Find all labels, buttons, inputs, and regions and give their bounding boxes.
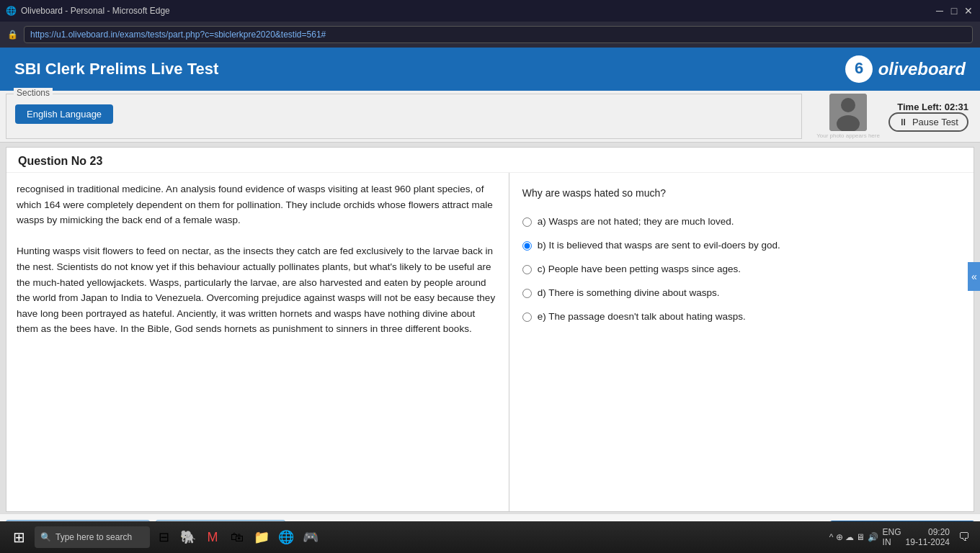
option-a-row: a) Wasps are not hated; they are much lo… — [522, 215, 961, 228]
time-left-label: Time Left: 02:31 — [888, 102, 968, 112]
question-text: Why are wasps hated so much? — [522, 187, 961, 199]
language-indicator: ENG IN — [883, 527, 901, 547]
browser-title: Oliveboard - Personal - Microsoft Edge — [21, 6, 170, 16]
taskbar-app-2[interactable]: M — [202, 526, 223, 548]
avatar-area: Your photo appears here — [816, 94, 880, 139]
question-panel: Why are wasps hated so much? a) Wasps ar… — [509, 173, 974, 511]
option-a-label[interactable]: a) Wasps are not hated; they are much lo… — [538, 216, 734, 227]
app-title: SBI Clerk Prelims Live Test — [14, 60, 218, 78]
passage-paragraph-2: Hunting wasps visit flowers to feed on n… — [17, 243, 499, 337]
sections-container: Sections English Language — [6, 94, 802, 139]
country-code: IN — [883, 537, 891, 547]
option-b-radio[interactable] — [522, 241, 532, 251]
option-c-label[interactable]: c) People have been petting wasps since … — [538, 264, 741, 274]
taskbar-app-1[interactable]: 🐘 — [177, 526, 199, 548]
url-bar[interactable]: https://u1.oliveboard.in/exams/tests/par… — [24, 26, 973, 43]
pause-icon: ⏸ — [899, 117, 908, 127]
task-view-button[interactable]: ⊟ — [153, 526, 174, 548]
question-header: Question No 23 — [6, 148, 974, 173]
app-header: SBI Clerk Prelims Live Test 6 oliveboard — [0, 48, 980, 91]
url-text: https://u1.oliveboard.in/exams/tests/par… — [30, 30, 326, 40]
question-area: Question No 23 recognised in traditional… — [6, 147, 974, 512]
avatar-label: Your photo appears here — [816, 132, 880, 139]
option-e-radio[interactable] — [522, 313, 532, 322]
titlebar-left: 🌐 Oliveboard - Personal - Microsoft Edge — [6, 6, 170, 16]
addressbar: 🔒 https://u1.oliveboard.in/exams/tests/p… — [0, 22, 980, 48]
option-b-label[interactable]: b) It is believed that wasps are sent to… — [538, 240, 780, 251]
sections-label: Sections — [14, 88, 53, 98]
timer-info: Time Left: 02:31 ⏸ Pause Test — [888, 102, 968, 132]
close-button[interactable]: ✕ — [963, 5, 974, 17]
english-language-section[interactable]: English Language — [15, 104, 113, 124]
taskbar-app-3[interactable]: 🛍 — [226, 526, 248, 548]
maximize-button[interactable]: □ — [948, 5, 960, 17]
option-e-row: e) The passage doesn't talk about hating… — [522, 310, 961, 323]
clock-time: 09:20 — [906, 527, 950, 537]
language-code: ENG — [883, 527, 901, 537]
notification-button[interactable]: 🗨 — [954, 527, 974, 547]
taskbar-edge[interactable]: 🌐 — [275, 526, 297, 548]
taskbar-search-bar[interactable]: 🔍 Type here to search — [35, 526, 150, 548]
search-placeholder: Type here to search — [55, 532, 132, 542]
logo-text: oliveboard — [878, 59, 966, 79]
option-e-label[interactable]: e) The passage doesn't talk about hating… — [538, 311, 746, 322]
browser-favicon: 🌐 — [6, 6, 17, 16]
sidebar-collapse-arrow[interactable]: « — [968, 262, 974, 291]
pause-label: Pause Test — [912, 117, 958, 127]
option-a-radio[interactable] — [522, 217, 532, 227]
timer-container: Your photo appears here Time Left: 02:31… — [805, 91, 980, 142]
lock-icon: 🔒 — [7, 30, 18, 40]
option-d-radio[interactable] — [522, 289, 532, 298]
option-c-row: c) People have been petting wasps since … — [522, 262, 961, 276]
logo-icon: 6 — [845, 55, 873, 83]
avatar — [829, 94, 867, 131]
start-button[interactable]: ⊞ — [6, 524, 32, 550]
option-d-row: d) There is something divine about wasps… — [522, 286, 961, 300]
pause-test-button[interactable]: ⏸ Pause Test — [888, 112, 968, 132]
titlebar: 🌐 Oliveboard - Personal - Microsoft Edge… — [0, 0, 980, 22]
minimize-button[interactable]: ─ — [934, 5, 945, 17]
svg-text:6: 6 — [855, 59, 863, 77]
system-tray-icons: ^ ⊕ ☁ 🖥 🔊 — [829, 532, 878, 542]
logo-area: 6 oliveboard — [845, 55, 966, 83]
option-d-label[interactable]: d) There is something divine about wasps… — [538, 287, 720, 298]
titlebar-controls: ─ □ ✕ — [934, 5, 974, 17]
middle-row: Sections English Language Your photo app… — [0, 91, 980, 143]
search-icon: 🔍 — [40, 532, 51, 542]
option-c-radio[interactable] — [522, 265, 532, 274]
passage-paragraph-1: recognised in traditional medicine. An a… — [17, 181, 499, 228]
svg-point-3 — [841, 98, 855, 112]
sections-buttons: English Language — [15, 99, 793, 124]
taskbar-right: ^ ⊕ ☁ 🖥 🔊 ENG IN 09:20 19-11-2024 🗨 — [829, 527, 974, 547]
question-body: recognised in traditional medicine. An a… — [6, 173, 974, 511]
taskbar-clock: 09:20 19-11-2024 — [906, 527, 950, 547]
option-b-row: b) It is believed that wasps are sent to… — [522, 238, 961, 252]
taskbar-app-4[interactable]: 📁 — [251, 526, 272, 548]
clock-date: 19-11-2024 — [906, 537, 950, 547]
passage-panel: recognised in traditional medicine. An a… — [6, 173, 509, 511]
passage-text[interactable]: recognised in traditional medicine. An a… — [6, 173, 509, 511]
taskbar-app-5[interactable]: 🎮 — [300, 526, 321, 548]
taskbar: ⊞ 🔍 Type here to search ⊟ 🐘 M 🛍 📁 🌐 🎮 ^ … — [0, 521, 980, 553]
